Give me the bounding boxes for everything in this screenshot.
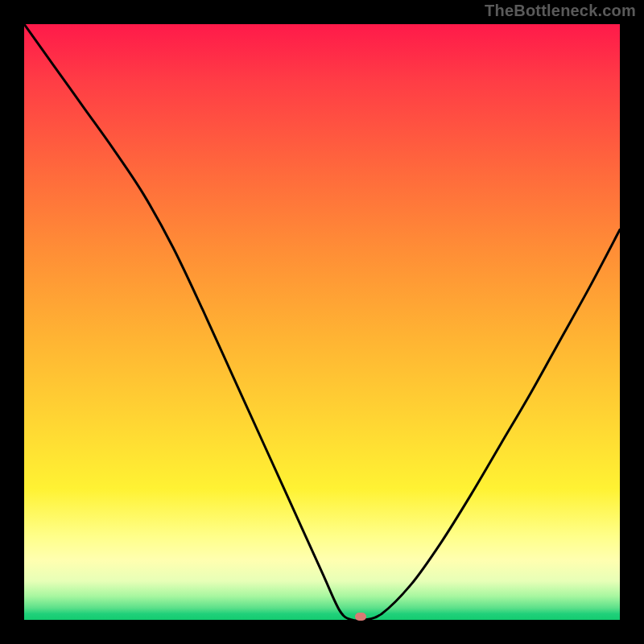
optimal-point-marker (355, 613, 366, 621)
chart-frame: TheBottleneck.com (0, 0, 644, 644)
plot-area (24, 24, 620, 620)
watermark-text: TheBottleneck.com (485, 2, 636, 20)
bottleneck-curve (24, 24, 620, 620)
